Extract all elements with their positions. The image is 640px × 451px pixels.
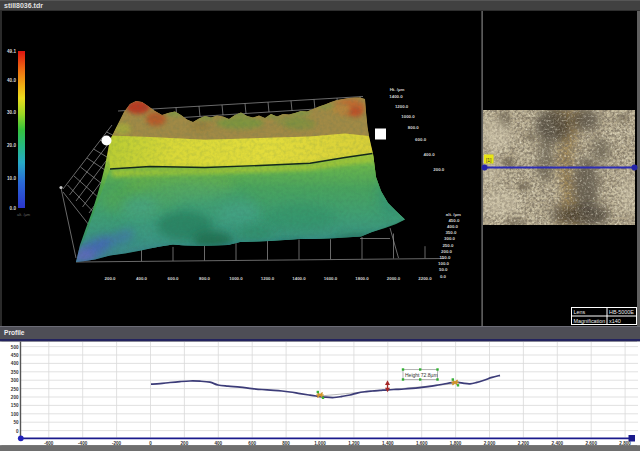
svg-text:300: 300: [11, 378, 19, 383]
svg-text:Lens: Lens: [574, 309, 586, 315]
svg-text:1800.0: 1800.0: [355, 276, 369, 281]
svg-text:Profile: Profile: [4, 329, 25, 336]
svg-text:Ht. /µm: Ht. /µm: [390, 87, 405, 92]
svg-text:400.0: 400.0: [424, 152, 436, 157]
svg-text:1,400: 1,400: [382, 441, 394, 446]
svg-text:200.0: 200.0: [433, 167, 445, 172]
svg-text:800.0: 800.0: [408, 125, 420, 130]
svg-text:500: 500: [11, 345, 19, 350]
svg-text:1600.0: 1600.0: [324, 276, 338, 281]
svg-text:600.0: 600.0: [168, 276, 180, 281]
svg-text:-600: -600: [44, 441, 54, 446]
svg-text:250.0: 250.0: [442, 243, 454, 248]
svg-text:450: 450: [11, 353, 19, 358]
svg-text:50: 50: [13, 420, 19, 425]
svg-text:20.0: 20.0: [7, 143, 16, 148]
svg-text:200: 200: [11, 395, 19, 400]
svg-text:400: 400: [214, 441, 222, 446]
svg-text:0.0: 0.0: [10, 206, 17, 211]
svg-text:0: 0: [149, 441, 152, 446]
svg-text:150.0: 150.0: [439, 255, 451, 260]
svg-text:1200.0: 1200.0: [395, 104, 409, 109]
svg-text:300.0: 300.0: [444, 236, 456, 241]
svg-text:100: 100: [11, 412, 19, 417]
svg-text:1,200: 1,200: [348, 441, 360, 446]
svg-text:450.0: 450.0: [448, 218, 460, 223]
svg-text:200: 200: [181, 441, 189, 446]
svg-text:50.0: 50.0: [439, 267, 448, 272]
svg-text:250: 250: [11, 387, 19, 392]
svg-text:Height 72.8µm: Height 72.8µm: [405, 372, 438, 378]
svg-text:2,000: 2,000: [484, 441, 496, 446]
svg-text:2,400: 2,400: [552, 441, 564, 446]
svg-text:400: 400: [11, 361, 19, 366]
svg-text:1400.0: 1400.0: [292, 276, 306, 281]
svg-text:100.0: 100.0: [438, 261, 450, 266]
svg-text:Magnification: Magnification: [574, 318, 606, 324]
svg-text:[1]: [1]: [486, 157, 492, 163]
svg-text:alt. /µm: alt. /µm: [446, 212, 461, 217]
svg-text:HB-5000E: HB-5000E: [609, 309, 634, 315]
svg-text:0: 0: [16, 429, 19, 434]
svg-text:1000.0: 1000.0: [401, 114, 415, 119]
svg-text:0.0: 0.0: [440, 274, 447, 279]
svg-text:600.0: 600.0: [415, 137, 427, 142]
svg-text:600: 600: [248, 441, 256, 446]
svg-text:10.0: 10.0: [7, 176, 16, 181]
svg-text:still8036.tdr: still8036.tdr: [4, 2, 43, 9]
svg-text:2,200: 2,200: [518, 441, 530, 446]
svg-text:1000.0: 1000.0: [229, 276, 243, 281]
svg-text:-200: -200: [112, 441, 122, 446]
svg-text:800.0: 800.0: [199, 276, 211, 281]
svg-text:1400.0: 1400.0: [389, 94, 403, 99]
svg-text:alt. /µm: alt. /µm: [17, 212, 31, 217]
svg-text:x140: x140: [609, 318, 621, 324]
svg-text:200.0: 200.0: [441, 249, 453, 254]
svg-text:1,000: 1,000: [314, 441, 326, 446]
svg-text:2000.0: 2000.0: [387, 276, 401, 281]
svg-text:400.0: 400.0: [136, 276, 148, 281]
svg-text:350.0: 350.0: [445, 230, 457, 235]
svg-text:150: 150: [11, 403, 19, 408]
svg-text:200.0: 200.0: [105, 276, 117, 281]
svg-text:-400: -400: [78, 441, 88, 446]
svg-text:40.0: 40.0: [7, 78, 16, 83]
svg-text:1,800: 1,800: [450, 441, 462, 446]
svg-text:1,600: 1,600: [416, 441, 428, 446]
svg-text:2200.0: 2200.0: [418, 276, 432, 281]
svg-text:1200.0: 1200.0: [261, 276, 275, 281]
svg-text:2,600: 2,600: [585, 441, 597, 446]
svg-text:800: 800: [282, 441, 290, 446]
svg-text:350: 350: [11, 370, 19, 375]
svg-text:400.0: 400.0: [447, 224, 459, 229]
svg-text:49.1: 49.1: [7, 49, 16, 54]
svg-text:30.0: 30.0: [7, 110, 16, 115]
svg-text:2,800: 2,800: [619, 441, 631, 446]
